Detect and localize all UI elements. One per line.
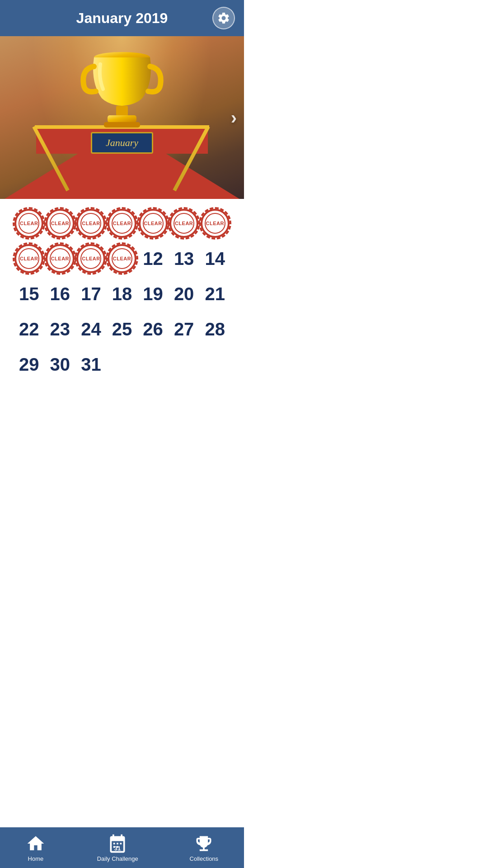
day-18[interactable]: 18 <box>107 278 137 309</box>
day-30[interactable]: 30 <box>45 349 75 380</box>
day-3-stamp[interactable]: CLEAR <box>75 208 106 239</box>
day-2-stamp[interactable]: CLEAR <box>45 208 75 239</box>
day-16[interactable]: 16 <box>45 278 75 309</box>
plaque-label: January <box>106 137 138 148</box>
day-14[interactable]: 14 <box>200 243 230 274</box>
day-5-stamp[interactable]: CLEAR <box>138 208 169 239</box>
header: January 2019 <box>0 0 244 36</box>
trophy-icon <box>77 36 167 137</box>
day-1-stamp[interactable]: CLEAR <box>14 208 44 239</box>
day-23[interactable]: 23 <box>45 314 75 344</box>
calendar-grid: CLEAR CLEAR CLEAR CLEAR CLEAR CLEAR CLEA… <box>0 199 244 389</box>
calendar-row-1: CLEAR CLEAR CLEAR CLEAR CLEAR CLEAR CLEA… <box>14 208 230 239</box>
svg-rect-1 <box>116 106 128 116</box>
calendar-row-2: CLEAR CLEAR CLEAR CLEAR 12 13 14 <box>14 243 230 274</box>
svg-rect-3 <box>104 122 140 127</box>
day-26[interactable]: 26 <box>138 314 169 344</box>
svg-rect-2 <box>108 115 136 123</box>
day-17[interactable]: 17 <box>75 278 106 309</box>
settings-button[interactable] <box>212 7 235 29</box>
day-20[interactable]: 20 <box>169 278 199 309</box>
trophy-banner: January › <box>0 36 244 199</box>
day-6-stamp[interactable]: CLEAR <box>169 208 199 239</box>
day-27[interactable]: 27 <box>169 314 199 344</box>
day-19[interactable]: 19 <box>138 278 169 309</box>
calendar-row-4: 22 23 24 25 26 27 28 <box>14 314 230 344</box>
next-arrow-button[interactable]: › <box>231 108 237 128</box>
day-10-stamp[interactable]: CLEAR <box>75 243 106 274</box>
day-4-stamp[interactable]: CLEAR <box>107 208 137 239</box>
day-15[interactable]: 15 <box>14 278 44 309</box>
day-25[interactable]: 25 <box>107 314 137 344</box>
day-13[interactable]: 13 <box>169 243 199 274</box>
page-title: January 2019 <box>76 10 168 27</box>
trophy-display: January <box>77 36 167 154</box>
day-8-stamp[interactable]: CLEAR <box>14 243 44 274</box>
calendar-row-5: 29 30 31 <box>14 349 230 380</box>
day-9-stamp[interactable]: CLEAR <box>45 243 75 274</box>
day-12[interactable]: 12 <box>138 243 169 274</box>
day-11-stamp[interactable]: CLEAR <box>107 243 137 274</box>
day-24[interactable]: 24 <box>75 314 106 344</box>
trophy-plaque: January <box>91 132 153 154</box>
gear-icon <box>217 11 230 25</box>
calendar-row-3: 15 16 17 18 19 20 21 <box>14 278 230 309</box>
day-31[interactable]: 31 <box>75 349 106 380</box>
day-7-stamp[interactable]: CLEAR <box>200 208 230 239</box>
day-22[interactable]: 22 <box>14 314 44 344</box>
day-21[interactable]: 21 <box>200 278 230 309</box>
day-29[interactable]: 29 <box>14 349 44 380</box>
day-28[interactable]: 28 <box>200 314 230 344</box>
